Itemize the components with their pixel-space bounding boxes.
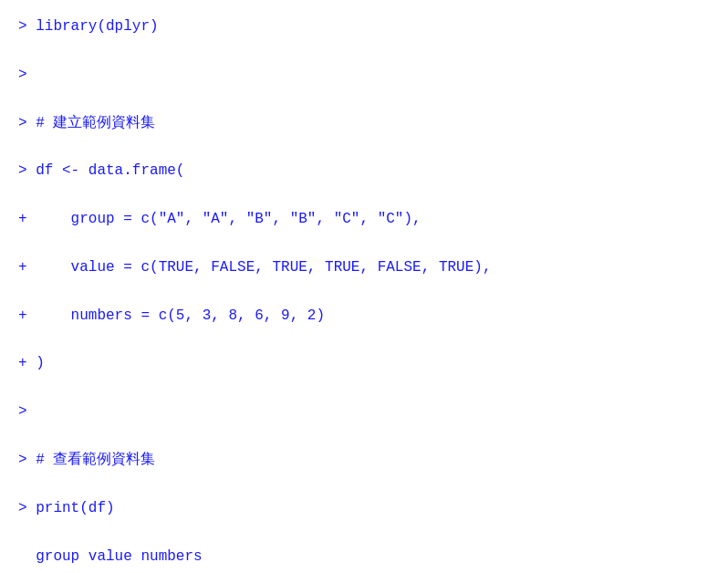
console-line-line11: > print(df)	[18, 496, 710, 520]
console-line-line9: >	[18, 400, 710, 423]
console-output: > library(dplyr) > > # 建立範例資料集 > df <- d…	[18, 15, 710, 573]
console-line-line2: >	[18, 63, 710, 87]
console-line-line4: > df <- data.frame(	[18, 159, 710, 182]
console-line-line6: + value = c(TRUE, FALSE, TRUE, TRUE, FAL…	[18, 255, 710, 279]
console-line-line1: > library(dplyr)	[18, 15, 710, 38]
console-line-line3: > # 建立範例資料集	[18, 111, 710, 135]
console-line-line7: + numbers = c(5, 3, 8, 6, 9, 2)	[18, 304, 710, 328]
console-line-line8: + )	[18, 351, 710, 375]
console-line-line12: group value numbers	[18, 545, 710, 568]
console-line-line10: > # 查看範例資料集	[18, 448, 710, 472]
console-line-line5: + group = c("A", "A", "B", "B", "C", "C"…	[18, 207, 710, 231]
